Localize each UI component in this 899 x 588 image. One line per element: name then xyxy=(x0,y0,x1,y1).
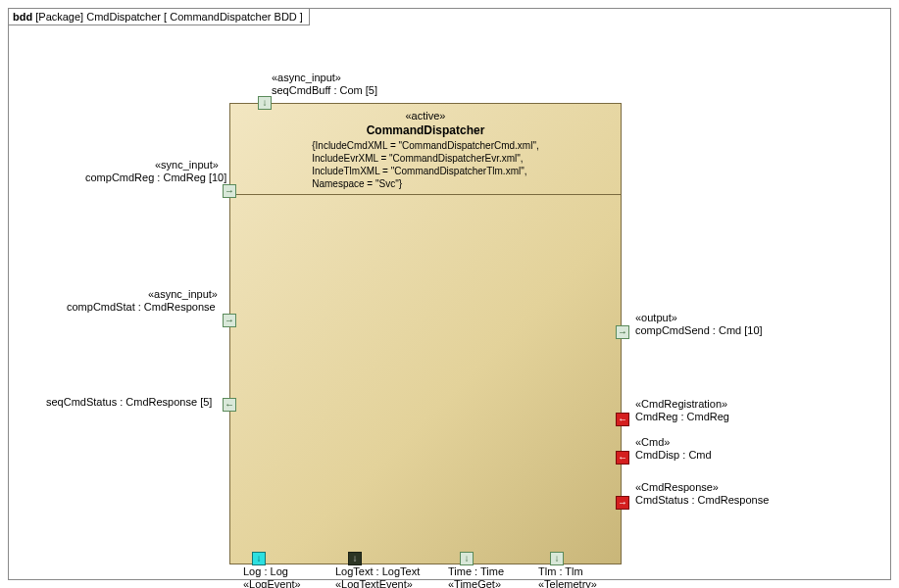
port-label: compCmdStat : CmdResponse xyxy=(67,301,216,313)
port-label: LogText : LogText xyxy=(335,565,420,577)
port-Tlm[interactable]: ↓ xyxy=(550,552,564,565)
port-compCmdReg[interactable]: → xyxy=(223,184,236,198)
block-properties: {IncludeCmdXML = "CommandDispatcherCmd.x… xyxy=(312,139,539,190)
block-header: «active» CommandDispatcher {IncludeCmdXM… xyxy=(230,104,621,195)
port-Log[interactable]: ↓ xyxy=(252,552,266,565)
port-label: Tlm : Tlm xyxy=(538,565,583,577)
arrow-down-icon: ↓ xyxy=(349,553,361,564)
port-label: compCmdSend : Cmd [10] xyxy=(635,324,763,336)
port-stereo: «Cmd» xyxy=(635,436,670,448)
port-label: compCmdReg : CmdReg [10] xyxy=(85,172,226,183)
block-CommandDispatcher[interactable]: «active» CommandDispatcher {IncludeCmdXM… xyxy=(229,103,622,564)
arrow-down-icon: ↓ xyxy=(461,553,473,564)
port-stereo: «output» xyxy=(635,312,677,323)
port-label: Log : Log xyxy=(243,565,288,577)
arrow-right-icon: → xyxy=(617,497,628,509)
port-label: seqCmdBuff : Com [5] xyxy=(272,84,377,96)
port-stereo: «LogTextEvent» xyxy=(335,578,413,588)
port-compCmdSend[interactable]: → xyxy=(616,325,629,339)
port-CmdReg[interactable]: ← xyxy=(616,413,629,426)
port-compCmdStat[interactable]: → xyxy=(223,314,236,327)
port-LogText[interactable]: ↓ xyxy=(348,552,362,565)
port-stereo: «async_input» xyxy=(272,72,341,83)
arrow-down-icon: ↓ xyxy=(551,553,563,564)
port-CmdDisp[interactable]: ← xyxy=(616,451,629,465)
port-Time[interactable]: ↓ xyxy=(460,552,474,565)
port-label: CmdReg : CmdReg xyxy=(635,411,729,422)
arrow-right-icon: → xyxy=(224,315,235,326)
port-stereo: «CmdRegistration» xyxy=(635,398,727,410)
arrow-left-icon: ← xyxy=(224,399,235,411)
arrow-right-icon: → xyxy=(617,326,628,338)
port-seqCmdBuff[interactable]: ↓ xyxy=(258,96,272,110)
arrow-left-icon: ← xyxy=(617,452,628,464)
diagram-type: bdd xyxy=(13,11,32,23)
block-prop: IncludeTlmXML = "CommandDispatcherTlm.xm… xyxy=(312,165,539,177)
port-label: Time : Time xyxy=(448,565,504,577)
block-name: CommandDispatcher xyxy=(234,123,617,137)
port-stereo: «sync_input» xyxy=(155,159,219,171)
port-label: CmdDisp : Cmd xyxy=(635,449,712,461)
port-seqCmdStatus[interactable]: ← xyxy=(223,398,236,412)
diagram-title: [Package] CmdDispatcher [ CommandDispatc… xyxy=(35,11,303,23)
port-stereo: «async_input» xyxy=(148,288,218,300)
block-prop: IncludeEvrXML = "CommandDispatcherEvr.xm… xyxy=(312,152,539,165)
port-stereo: «Telemetry» xyxy=(538,578,597,588)
block-prop: {IncludeCmdXML = "CommandDispatcherCmd.x… xyxy=(312,139,539,152)
arrow-right-icon: → xyxy=(224,185,235,197)
arrow-left-icon: ← xyxy=(617,414,628,425)
port-label: CmdStatus : CmdResponse xyxy=(635,494,769,506)
diagram-title-tab: bdd [Package] CmdDispatcher [ CommandDis… xyxy=(8,8,310,25)
port-CmdStatus[interactable]: → xyxy=(616,496,629,510)
port-stereo: «TimeGet» xyxy=(448,578,501,588)
diagram-canvas: bdd [Package] CmdDispatcher [ CommandDis… xyxy=(8,8,891,580)
block-stereotype: «active» xyxy=(234,110,617,122)
port-label: seqCmdStatus : CmdResponse [5] xyxy=(46,396,212,408)
port-stereo: «CmdResponse» xyxy=(635,481,719,493)
block-prop: Namespace = "Svc"} xyxy=(312,177,539,190)
arrow-down-icon: ↓ xyxy=(259,97,271,109)
arrow-down-icon: ↓ xyxy=(253,553,265,564)
port-stereo: «LogEvent» xyxy=(243,578,301,588)
